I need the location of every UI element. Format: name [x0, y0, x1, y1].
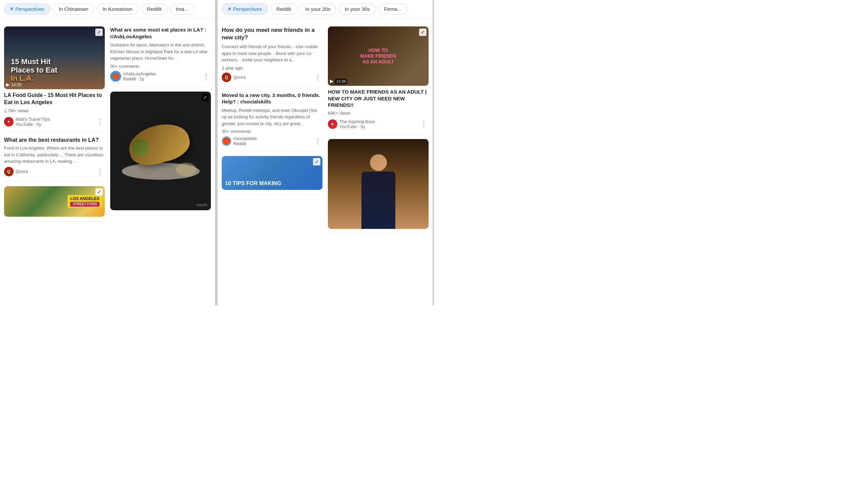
- make-friends-title: HOW TO MAKE FRIENDS AS AN ADULT | NEW CI…: [328, 89, 429, 109]
- la-food-views: 1.7M+ views: [4, 108, 105, 113]
- street-food-thumbnail[interactable]: LOS ANGELESSTREET FOOD ⤢: [4, 186, 105, 217]
- left-panel: ✕ Perspectives In Chinatown In Koreatown…: [0, 0, 216, 305]
- filter-20s[interactable]: In your 20s: [299, 3, 336, 15]
- right-filter-bar: ✕ Perspectives Reddit In your 20s In you…: [218, 0, 433, 18]
- woman-video-card: [328, 134, 429, 234]
- filter-perspectives-left[interactable]: ✕ Perspectives: [4, 3, 50, 15]
- best-restaurants-more-btn[interactable]: ⋮: [95, 168, 105, 176]
- social-skills-comments: 30+ comments: [222, 129, 322, 134]
- make-friends-thumbnail[interactable]: HOW TOMAKE FRIENDSAS AN ADULT ▶ 13:38 ⤢: [328, 26, 429, 86]
- left-filter-bar: ✕ Perspectives In Chinatown In Koreatown…: [0, 0, 215, 18]
- filter-30s[interactable]: In your 30s: [339, 3, 375, 15]
- street-food-card: LOS ANGELESSTREET FOOD ⤢: [4, 181, 105, 222]
- meet-friends-age: 1 year ago: [222, 65, 322, 71]
- quora-avatar-1: Q: [4, 167, 14, 176]
- matts-tips-avatar: ▶: [4, 117, 14, 126]
- meet-friends-source: Q Quora ⋮: [222, 73, 322, 82]
- social-skills-title: Moved to a new city. 3 months, 0 friends…: [222, 92, 322, 105]
- close-icon-right: ✕: [228, 6, 231, 12]
- la-food-more-btn[interactable]: ⋮: [95, 118, 105, 126]
- burrito-thumbnail[interactable]: ⤢ viamfo: [110, 92, 211, 210]
- filter-koreatown[interactable]: In Koreatown: [97, 3, 138, 15]
- filter-chinatown[interactable]: In Chinatown: [53, 3, 94, 15]
- social-skills-source-info: r/socialskills Reddit: [233, 136, 257, 146]
- make-friends-source: ▶ The Aspiring Boss YouTube · 3y ⋮: [328, 119, 429, 129]
- askla-avatar: r: [110, 71, 121, 82]
- meet-friends-more-btn[interactable]: ⋮: [313, 73, 322, 81]
- la-food-title: LA Food Guide - 15 Must Hit Places to Ea…: [4, 92, 105, 106]
- tips-expand-icon[interactable]: ⤢: [313, 158, 320, 165]
- askla-reddit-card: What are some must eat places in LA? : r…: [110, 22, 211, 87]
- best-restaurants-snippet: Food in Los Angeles: Where are the best …: [4, 145, 105, 165]
- social-skills-more-btn[interactable]: ⋮: [313, 137, 322, 145]
- askla-source: r r/AskLosAngeles Reddit · 1y ⋮: [110, 71, 211, 82]
- make-friends-source-info: The Aspiring Boss YouTube · 3y: [339, 119, 375, 129]
- make-friends-expand-icon[interactable]: ⤢: [419, 28, 427, 36]
- askla-title: What are some must eat places in LA? : r…: [110, 26, 211, 40]
- la-food-thumbnail[interactable]: 15 Must HitPlaces to EatIn L.A. ▶ 14:39 …: [4, 26, 105, 89]
- make-friends-body: HOW TO MAKE FRIENDS AS AN ADULT | NEW CI…: [328, 89, 429, 129]
- social-skills-snippet: Meetup, Reddit meetups, and even Okcupid…: [222, 107, 322, 127]
- burrito-expand-icon[interactable]: ⤢: [201, 94, 209, 101]
- askla-more-btn[interactable]: ⋮: [201, 72, 211, 80]
- filter-perspectives-right[interactable]: ✕ Perspectives: [222, 3, 268, 15]
- la-food-source-info: Matt's Travel Tips YouTube · 5y: [16, 117, 50, 127]
- make-friends-more-btn[interactable]: ⋮: [419, 120, 429, 128]
- la-food-source: ▶ Matt's Travel Tips YouTube · 5y ⋮: [4, 117, 105, 127]
- right-panel: ✕ Perspectives Reddit In your 20s In you…: [218, 0, 434, 305]
- best-restaurants-source: Q Quora ⋮: [4, 167, 105, 176]
- tips-video-card: 10 TIPS FOR MAKING ⤢: [222, 151, 322, 195]
- filter-reddit-left[interactable]: Reddit: [141, 3, 167, 15]
- burrito-photo-card: ⤢ viamfo: [110, 87, 211, 215]
- make-friends-views: 69K+ views: [328, 111, 429, 116]
- best-restaurants-card: What are the best restaurants in LA? Foo…: [4, 132, 105, 181]
- make-friends-video-card: HOW TOMAKE FRIENDSAS AN ADULT ▶ 13:38 ⤢ …: [328, 22, 429, 134]
- filter-female[interactable]: Fema...: [378, 3, 407, 15]
- best-restaurants-source-name: Quora: [16, 169, 28, 174]
- filter-ima[interactable]: Ima...: [170, 3, 194, 15]
- woman-thumbnail[interactable]: [328, 139, 429, 229]
- askla-snippet: Guisados for tacos. Manuela's in the art…: [110, 42, 211, 62]
- meet-friends-source-name: Quora: [233, 75, 245, 80]
- street-food-expand-icon[interactable]: ⤢: [95, 188, 103, 196]
- make-friends-play: ▶ 13:38: [330, 78, 347, 84]
- meet-friends-title: How do you meet new friends in a new cit…: [222, 26, 322, 41]
- meet-friends-card: How do you meet new friends in a new cit…: [222, 22, 322, 87]
- filter-reddit-right[interactable]: Reddit: [271, 3, 297, 15]
- quora-avatar-2: Q: [222, 73, 231, 82]
- askla-source-info: r/AskLosAngeles Reddit · 1y: [123, 71, 156, 81]
- aspiring-boss-avatar: ▶: [328, 119, 337, 129]
- burrito-watermark: viamfo: [197, 203, 208, 207]
- tips-thumbnail[interactable]: 10 TIPS FOR MAKING ⤢: [222, 156, 322, 190]
- social-skills-card: Moved to a new city. 3 months, 0 friends…: [222, 87, 322, 152]
- close-icon: ✕: [10, 6, 14, 12]
- expand-icon[interactable]: ⤢: [95, 28, 103, 36]
- askla-comments: 30+ comments: [110, 64, 211, 69]
- meet-friends-snippet: Connect with friends of your friends. · …: [222, 43, 322, 63]
- best-restaurants-title: What are the best restaurants in LA?: [4, 137, 105, 144]
- tips-overlay-text: 10 TIPS FOR MAKING: [225, 180, 281, 187]
- socialskills-avatar: r: [222, 136, 231, 146]
- la-food-body: LA Food Guide - 15 Must Hit Places to Ea…: [4, 92, 105, 127]
- social-skills-source: r r/socialskills Reddit ⋮: [222, 136, 322, 146]
- la-food-video-card: 15 Must HitPlaces to EatIn L.A. ▶ 14:39 …: [4, 22, 105, 132]
